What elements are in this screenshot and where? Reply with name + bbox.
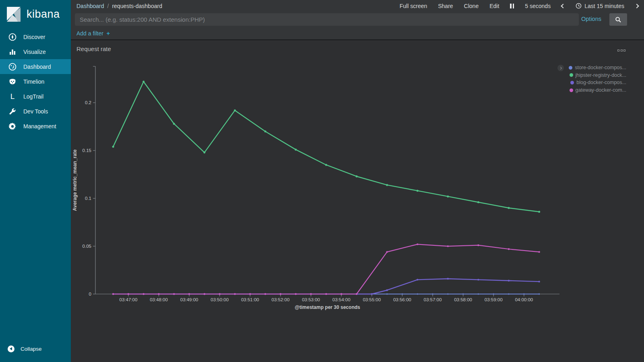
x-axis-title: @timestamp per 30 seconds <box>295 304 360 310</box>
legend-color-dot <box>570 88 573 92</box>
sidebar-item-logtrail[interactable]: LLogTrail <box>0 89 71 104</box>
options-link[interactable]: Options <box>581 16 601 22</box>
kibana-logo[interactable]: kibana <box>0 0 71 29</box>
x-tick-label: 03:57:00 <box>424 297 442 302</box>
series-line <box>113 244 539 294</box>
x-tick-label: 03:54:00 <box>332 297 351 302</box>
data-point-marker <box>371 293 373 295</box>
data-point-marker <box>158 293 159 295</box>
refresh-interval-button[interactable]: 5 seconds <box>525 3 551 9</box>
data-point-marker <box>493 293 494 294</box>
data-point-marker <box>355 175 357 177</box>
legend-label: gateway-docker-com... <box>576 87 626 93</box>
series-line <box>113 82 539 212</box>
sidebar-item-label: LogTrail <box>23 93 43 100</box>
x-tick-label: 03:55:00 <box>363 297 381 302</box>
sidebar-item-label: Dev Tools <box>23 108 48 115</box>
data-point-marker <box>143 293 144 295</box>
add-filter-button[interactable]: Add a filter + <box>76 30 110 37</box>
y-tick-label: 0 <box>89 292 91 296</box>
sidebar-item-label: Visualize <box>23 49 46 55</box>
gauge-icon <box>8 62 17 72</box>
data-point-marker <box>219 293 221 295</box>
data-point-marker <box>204 293 205 295</box>
sidebar-item-discover[interactable]: Discover <box>0 29 71 44</box>
data-point-marker <box>264 130 266 132</box>
data-point-marker <box>417 243 418 245</box>
top-menu-clone[interactable]: Clone <box>464 3 479 9</box>
data-point-marker <box>234 109 236 111</box>
x-tick-label: 04:00:00 <box>515 297 533 302</box>
search-input[interactable] <box>75 13 579 26</box>
data-point-marker <box>386 251 388 253</box>
line-chart-svg: 00.050.10.150.203:47:0003:48:0003:49:000… <box>71 41 644 323</box>
data-point-marker <box>523 293 524 294</box>
sidebar-item-timelion[interactable]: Timelion <box>0 74 71 89</box>
top-menu-share[interactable]: Share <box>438 3 453 9</box>
breadcrumb-page: requests-dashboard <box>112 3 162 9</box>
data-point-marker <box>203 152 205 154</box>
data-point-marker <box>538 281 540 282</box>
x-tick-label: 03:53:00 <box>302 297 320 302</box>
logtrail-icon: L <box>8 92 17 101</box>
sidebar-item-label: Dashboard <box>23 64 51 70</box>
top-menu-full-screen[interactable]: Full screen <box>400 3 427 9</box>
bar-chart-icon <box>8 47 17 57</box>
x-tick-label: 03:48:00 <box>150 297 168 302</box>
chart-legend: store-docker-compos...jhipster-registry-… <box>569 64 626 94</box>
top-menu-edit[interactable]: Edit <box>489 3 499 9</box>
wrench-icon <box>8 107 17 116</box>
top-menu: Full screenShareCloneEdit 5 seconds Last… <box>400 3 638 9</box>
legend-item[interactable]: jhipster-registry-dock... <box>569 72 626 79</box>
data-point-marker <box>112 293 114 295</box>
y-tick-label: 0.15 <box>83 148 91 153</box>
legend-toggle-icon[interactable] <box>557 65 564 71</box>
sidebar-item-dashboard[interactable]: Dashboard <box>0 59 71 74</box>
data-point-marker <box>280 293 281 295</box>
sidebar-item-dev-tools[interactable]: Dev Tools <box>0 104 71 119</box>
y-tick-label: 0.1 <box>85 196 91 201</box>
search-bar: Options <box>71 12 644 27</box>
sidebar-collapse-button[interactable]: Collapse <box>0 342 42 356</box>
legend-item[interactable]: gateway-docker-com... <box>569 86 626 94</box>
data-point-marker <box>417 190 419 192</box>
data-point-marker <box>325 293 327 295</box>
time-range-picker[interactable]: Last 15 minutes <box>576 3 624 9</box>
data-point-marker <box>508 207 510 209</box>
data-point-marker <box>234 293 235 295</box>
compass-icon <box>8 32 17 42</box>
time-forward-icon[interactable] <box>634 4 639 8</box>
sidebar-item-management[interactable]: Management <box>0 119 71 134</box>
data-point-marker <box>477 279 479 280</box>
data-point-marker <box>447 293 448 294</box>
data-point-marker <box>386 184 388 186</box>
time-back-icon[interactable] <box>561 4 565 8</box>
x-tick-label: 03:49:00 <box>180 297 198 302</box>
legend-item[interactable]: store-docker-compos... <box>569 64 626 72</box>
breadcrumb-section-link[interactable]: Dashboard <box>76 3 104 9</box>
breadcrumb: Dashboard / requests-dashboard <box>76 3 162 9</box>
legend-color-dot <box>569 66 572 70</box>
sidebar-item-label: Discover <box>23 34 45 40</box>
search-icon <box>615 16 621 23</box>
data-point-marker <box>386 293 388 294</box>
data-point-marker <box>310 293 312 295</box>
clock-icon <box>576 3 582 9</box>
sidebar-item-visualize[interactable]: Visualize <box>0 44 71 59</box>
data-point-marker <box>508 280 510 282</box>
data-point-marker <box>477 201 479 203</box>
data-point-marker <box>447 195 449 197</box>
x-tick-label: 03:58:00 <box>454 297 472 302</box>
series-line <box>113 279 539 294</box>
data-point-marker <box>402 293 403 294</box>
search-button[interactable] <box>609 13 627 26</box>
sidebar: kibana DiscoverVisualizeDashboardTimelio… <box>0 0 71 362</box>
pause-icon[interactable] <box>510 4 514 8</box>
sidebar-item-label: Management <box>23 123 56 130</box>
data-point-marker <box>295 148 297 150</box>
data-point-marker <box>447 245 449 247</box>
data-point-marker <box>478 293 479 294</box>
legend-label: blog-docker-compos... <box>576 80 626 85</box>
legend-item[interactable]: blog-docker-compos... <box>569 79 626 86</box>
data-point-marker <box>341 293 342 295</box>
